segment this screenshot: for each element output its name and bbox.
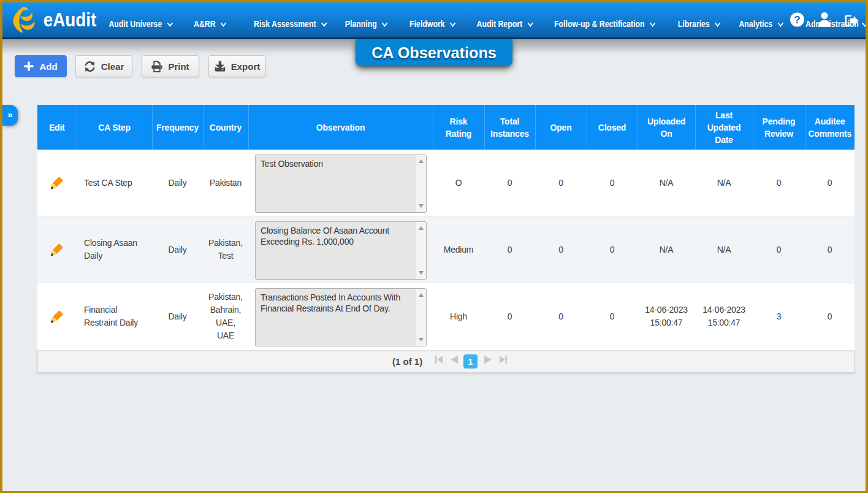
svg-text:?: ? (794, 14, 800, 26)
